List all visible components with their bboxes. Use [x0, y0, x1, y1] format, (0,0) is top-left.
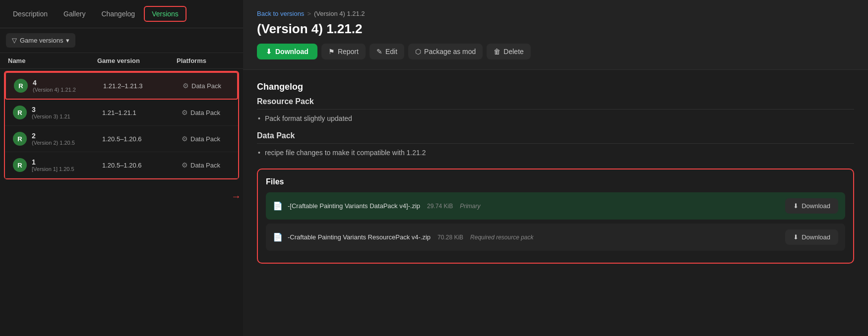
report-label: Report: [338, 48, 359, 56]
version-header: Back to versions > (Version 4) 1.21.2 (V…: [243, 0, 868, 70]
col-name: Name: [8, 57, 97, 64]
edit-label: Edit: [385, 48, 397, 56]
files-section: Files 📄 -[Craftable Painting Variants Da…: [257, 168, 854, 264]
content-area: Changelog Resource Pack Pack format slig…: [243, 70, 868, 336]
arrow-annotation: →: [0, 181, 243, 211]
avatar: R: [13, 106, 27, 119]
table-header: Name Game version Platforms: [0, 53, 243, 69]
chevron-down-icon: ▾: [66, 37, 69, 44]
platform: ⚙ Data Pack: [183, 82, 229, 90]
file-name-primary: -[Craftable Painting Variants DataPack v…: [288, 202, 420, 210]
nav-tabs: Description Gallery Changelog Versions: [0, 0, 243, 28]
col-game-version: Game version: [97, 57, 177, 64]
game-version: 1.21–1.21.1: [102, 109, 182, 116]
action-buttons: ⬇ Download ⚑ Report ✎ Edit ⬡ Package as …: [257, 44, 854, 59]
version-name-cell: R 1 [Version 1] 1.20.5: [13, 158, 102, 172]
platform: ⚙ Data Pack: [182, 109, 230, 116]
version-name-info: 4 (Version 4) 1.21.2: [33, 79, 76, 93]
download-file-secondary-button[interactable]: ⬇ Download: [785, 229, 838, 245]
col-platforms: Platforms: [177, 57, 235, 64]
file-size-secondary: 70.28 KiB: [437, 234, 463, 241]
file-size-primary: 29.74 KiB: [427, 203, 453, 210]
download-icon: ⬇: [793, 202, 799, 210]
version-number: 3: [32, 106, 70, 113]
edit-icon: ✎: [376, 48, 382, 56]
download-label: Download: [275, 48, 309, 56]
edit-button[interactable]: ✎ Edit: [370, 44, 404, 59]
file-icon: 📄: [273, 201, 283, 211]
file-icon: 📄: [273, 232, 283, 242]
game-version: 1.20.5–1.20.6: [102, 162, 182, 169]
tab-versions[interactable]: Versions: [144, 6, 186, 22]
resource-pack-item-0: Pack format slightly updated: [257, 112, 854, 124]
arrow-right-icon: →: [231, 191, 241, 202]
version-name-info: 3 (Version 3) 1.21: [32, 106, 70, 119]
avatar: R: [13, 158, 27, 172]
datapack-icon: ⚙: [183, 82, 189, 90]
download-file-label: Download: [802, 233, 830, 241]
resource-pack-title: Resource Pack: [257, 97, 854, 110]
avatar: R: [14, 79, 28, 93]
platform: ⚙ Data Pack: [182, 135, 230, 143]
platform-label: Data Pack: [190, 109, 220, 116]
platform-label: Data Pack: [190, 162, 220, 169]
game-version: 1.20.5–1.20.6: [102, 135, 182, 143]
download-icon: ⬇: [793, 233, 799, 241]
files-title: Files: [266, 177, 845, 186]
delete-label: Delete: [503, 48, 523, 56]
game-versions-filter[interactable]: ▽ Game versions ▾: [6, 33, 75, 48]
delete-button[interactable]: 🗑 Delete: [487, 44, 530, 59]
file-info-primary: 📄 -[Craftable Painting Variants DataPack…: [273, 201, 481, 211]
version-name-info: 2 (Version 2) 1.20.5: [32, 132, 75, 146]
changelog-title: Changelog: [257, 82, 854, 92]
version-name-info: 1 [Version 1] 1.20.5: [32, 158, 74, 172]
datapack-icon: ⚙: [182, 109, 188, 116]
breadcrumb-current: (Version 4) 1.21.2: [314, 10, 365, 17]
datapack-icon: ⚙: [182, 161, 188, 169]
breadcrumb: Back to versions > (Version 4) 1.21.2: [257, 10, 854, 17]
report-button[interactable]: ⚑ Report: [321, 44, 366, 59]
package-as-mod-button[interactable]: ⬡ Package as mod: [408, 44, 483, 59]
version-number: 2: [32, 132, 75, 140]
left-panel: Description Gallery Changelog Versions ▽…: [0, 0, 243, 336]
platform-label: Data Pack: [190, 135, 220, 143]
data-pack-item-0: recipe file changes to make it compatibl…: [257, 147, 854, 159]
version-row-1[interactable]: R 1 [Version 1] 1.20.5 1.20.5–1.20.6 ⚙ D…: [5, 152, 238, 178]
version-row-3[interactable]: R 3 (Version 3) 1.21 1.21–1.21.1 ⚙ Data …: [5, 100, 238, 126]
tab-gallery[interactable]: Gallery: [57, 6, 92, 22]
version-label: (Version 2) 1.20.5: [32, 140, 75, 146]
file-badge-primary: Primary: [460, 203, 480, 210]
filter-label: Game versions: [20, 37, 63, 44]
download-icon: ⬇: [266, 48, 272, 56]
version-number: 4: [33, 79, 76, 87]
file-info-secondary: 📄 -Craftable Painting Variants ResourceP…: [273, 232, 534, 242]
back-to-versions-link[interactable]: Back to versions: [257, 10, 304, 17]
resource-pack-section: Resource Pack Pack format slightly updat…: [257, 97, 854, 124]
package-label: Package as mod: [424, 48, 476, 56]
tab-description[interactable]: Description: [6, 6, 55, 22]
version-name-cell: R 3 (Version 3) 1.21: [13, 106, 102, 119]
version-row-4[interactable]: R 4 (Version 4) 1.21.2 1.21.2–1.21.3 ⚙ D…: [5, 72, 238, 100]
flag-icon: ⚑: [328, 48, 335, 56]
version-label: (Version 4) 1.21.2: [33, 87, 76, 93]
download-file-primary-button[interactable]: ⬇ Download: [785, 198, 838, 214]
changelog-section: Changelog Resource Pack Pack format slig…: [257, 82, 854, 159]
download-main-button[interactable]: ⬇ Download: [257, 44, 317, 59]
version-number: 1: [32, 158, 74, 166]
breadcrumb-separator: >: [307, 10, 311, 17]
file-badge-secondary: Required resource pack: [470, 234, 533, 241]
filter-icon: ▽: [12, 37, 17, 44]
game-version: 1.21.2–1.21.3: [103, 82, 183, 90]
trash-icon: 🗑: [494, 48, 500, 56]
file-name-secondary: -Craftable Painting Variants ResourcePac…: [288, 233, 431, 241]
datapack-icon: ⚙: [182, 135, 188, 143]
data-pack-section: Data Pack recipe file changes to make it…: [257, 131, 854, 159]
version-row-2[interactable]: R 2 (Version 2) 1.20.5 1.20.5–1.20.6 ⚙ D…: [5, 126, 238, 152]
avatar: R: [13, 132, 27, 146]
platform: ⚙ Data Pack: [182, 161, 230, 169]
version-label: [Version 1] 1.20.5: [32, 166, 74, 172]
tab-changelog[interactable]: Changelog: [94, 6, 142, 22]
version-title: (Version 4) 1.21.2: [257, 21, 854, 37]
package-icon: ⬡: [415, 48, 421, 56]
filter-bar: ▽ Game versions ▾: [0, 28, 243, 53]
